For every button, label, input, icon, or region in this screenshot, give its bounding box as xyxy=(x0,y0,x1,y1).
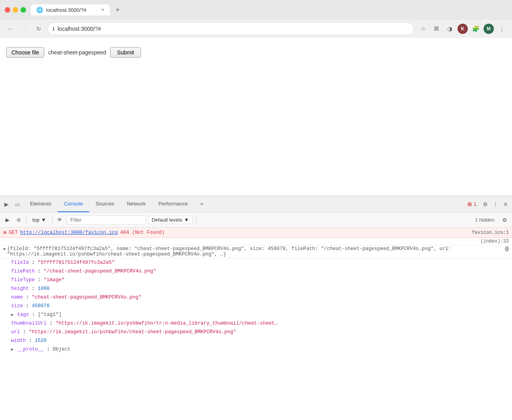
context-selector[interactable]: top ▼ xyxy=(30,216,49,224)
prop-tags[interactable]: ▶ tags : ["tag1"] xyxy=(0,310,512,319)
prop-name: name : "cheat-sheet-pagespeed_BMKPCRV4o.… xyxy=(0,293,512,302)
prop-thumbnailUrl-val: "https://ik.imagekit.io/pshbwfiho/tr:n-m… xyxy=(56,321,278,326)
execute-icon[interactable]: ▶ xyxy=(3,216,12,224)
error-get-label: GET xyxy=(9,230,18,235)
error-badge: ⊗ 1 xyxy=(464,200,480,209)
spiral-icon[interactable]: ◑ xyxy=(444,23,455,34)
prop-thumbnailUrl: thumbnailUrl : "https://ik.imagekit.io/p… xyxy=(0,319,512,328)
object-summary-row[interactable]: ▼ {fileId: "5ffff78175124f497fc3a2a5", n… xyxy=(0,245,512,258)
close-window-button[interactable] xyxy=(5,7,10,13)
devtools-close-icon[interactable]: ✕ xyxy=(501,200,510,209)
prop-fileType-val: "image" xyxy=(44,277,65,283)
collapse-triangle[interactable]: ▼ xyxy=(3,246,6,252)
page-content: Choose file cheat-sheet-pagespeed Submit xyxy=(0,38,512,196)
prop-proto[interactable]: ▶ __proto__ : Object xyxy=(0,345,512,354)
command-icon[interactable]: ⌘ xyxy=(431,23,442,34)
prop-width-key: width xyxy=(11,338,26,343)
prop-height: height : 1080 xyxy=(0,284,512,293)
browser-tab[interactable]: 🌐 localhost:3000/?# × xyxy=(31,4,110,15)
log-source-row: (index):33 xyxy=(0,238,512,245)
prop-url: url : "https://ik.imagekit.io/pshbwfiho/… xyxy=(0,328,512,336)
prop-height-val: 1080 xyxy=(38,286,50,291)
back-button[interactable]: ← xyxy=(5,23,16,34)
error-status: 404 (Not Found) xyxy=(120,230,165,235)
file-input-area: Choose file cheat-sheet-pagespeed Submit xyxy=(6,47,506,58)
log-source-ref[interactable]: (index):33 xyxy=(480,239,509,244)
tab-elements[interactable]: Elements xyxy=(24,196,58,212)
error-url-link[interactable]: http://localhost:3000/favicon.ico xyxy=(20,230,118,235)
inspect-element-icon[interactable]: ▶ xyxy=(2,200,11,209)
context-dropdown-icon: ▼ xyxy=(41,217,46,223)
prop-tags-key: tags xyxy=(17,312,29,317)
forward-button[interactable]: → xyxy=(19,23,30,34)
address-info-icon: ℹ xyxy=(53,26,54,32)
minimize-window-button[interactable] xyxy=(13,7,18,13)
tab-console[interactable]: Console xyxy=(58,196,89,212)
toolbar-separator xyxy=(26,216,26,224)
nav-icons: ☆ ⌘ ◑ K 🧩 M ⋮ xyxy=(417,23,507,34)
prop-url-key: url xyxy=(11,329,20,335)
devtools-right-icons: ⊗ 1 ⚙ ⋮ ✕ xyxy=(464,200,510,209)
toolbar-separator-2 xyxy=(52,216,53,224)
console-content: ⊗ GET http://localhost:3000/favicon.ico … xyxy=(0,228,512,420)
tab-bar: 🌐 localhost:3000/?# × + xyxy=(31,4,507,15)
browser-chrome: 🌐 localhost:3000/?# × + ← → ↻ ℹ localhos… xyxy=(0,0,512,38)
block-icon[interactable]: ⊘ xyxy=(14,216,23,224)
bookmark-icon[interactable]: ☆ xyxy=(417,23,428,34)
levels-label: Default levels xyxy=(152,217,182,223)
menu-icon[interactable]: ⋮ xyxy=(496,23,507,34)
prop-height-key: height xyxy=(11,286,29,291)
prop-name-key: name xyxy=(11,295,23,300)
tags-triangle[interactable]: ▶ xyxy=(11,313,13,317)
prop-fileType-key: fileType xyxy=(11,277,35,283)
error-circle-icon: ⊗ xyxy=(467,200,472,208)
device-toolbar-icon[interactable]: ▭ xyxy=(13,200,22,209)
prop-tags-val: ["tag1"] xyxy=(38,312,62,317)
object-summary-text: {fileId: "5ffff78175124f497fc3a2a5", nam… xyxy=(7,246,503,257)
address-text: localhost:3000/?# xyxy=(58,26,409,32)
tab-sources[interactable]: Sources xyxy=(89,196,121,212)
levels-selector[interactable]: Default levels ▼ xyxy=(148,216,193,224)
prop-thumbnailUrl-key: thumbnailUrl xyxy=(11,321,47,326)
error-icon: ⊗ xyxy=(3,229,6,236)
new-tab-button[interactable]: + xyxy=(112,4,123,15)
tab-more[interactable]: » xyxy=(194,196,210,212)
maximize-window-button[interactable] xyxy=(21,7,26,13)
prop-proto-key: __proto__ xyxy=(17,347,44,352)
prop-fileType: fileType : "image" xyxy=(0,276,512,284)
prop-fileId-key: fileId xyxy=(11,260,29,265)
reload-button[interactable]: ↻ xyxy=(33,23,44,34)
devtools-tab-icons: ▶ ▭ xyxy=(2,200,22,209)
address-bar[interactable]: ℹ localhost:3000/?# xyxy=(47,22,414,35)
nav-bar: ← → ↻ ℹ localhost:3000/?# ☆ ⌘ ◑ K 🧩 M ⋮ xyxy=(0,20,512,38)
devtools-toolbar: ▶ ⊘ top ▼ 👁 Default levels ▼ 1 hidden ⚙ xyxy=(0,213,512,228)
prop-name-val: "cheat-sheet-pagespeed_BMKPCRV4o.png" xyxy=(32,295,142,300)
prop-width: width : 1526 xyxy=(0,336,512,345)
error-source-ref[interactable]: favicon.ico:1 xyxy=(472,230,509,235)
prop-proto-val: Object xyxy=(53,347,71,352)
prop-url-val: "https://ik.imagekit.io/pshbwfiho/cheat-… xyxy=(29,329,236,335)
proto-triangle[interactable]: ▶ xyxy=(11,347,13,352)
tab-network[interactable]: Network xyxy=(121,196,152,212)
tab-favicon-icon: 🌐 xyxy=(36,7,43,13)
extensions-icon[interactable]: 🧩 xyxy=(470,23,481,34)
submit-button[interactable]: Submit xyxy=(110,47,141,58)
devtools-settings-icon[interactable]: ⚙ xyxy=(480,200,490,209)
filter-input[interactable] xyxy=(67,215,146,224)
m-avatar[interactable]: M xyxy=(484,24,494,34)
toolbar-separator-3 xyxy=(196,216,196,224)
k-avatar[interactable]: K xyxy=(458,24,468,34)
choose-file-button[interactable]: Choose file xyxy=(6,47,44,58)
prop-size: size : 458078 xyxy=(0,302,512,310)
tab-performance[interactable]: Performance xyxy=(152,196,194,212)
prop-filePath: filePath : "/cheat-sheet-pagespeed_BMKPC… xyxy=(0,267,512,276)
console-settings-icon[interactable]: ⚙ xyxy=(500,216,509,224)
prop-size-key: size xyxy=(11,303,23,309)
info-icon[interactable]: i xyxy=(505,246,509,252)
devtools-panel: ▶ ▭ Elements Console Sources Network Per… xyxy=(0,196,512,420)
devtools-more-icon[interactable]: ⋮ xyxy=(491,200,500,209)
tab-close-button[interactable]: × xyxy=(101,7,104,13)
eye-icon[interactable]: 👁 xyxy=(56,216,64,224)
hidden-count: 1 hidden xyxy=(472,217,498,223)
prop-fileId: fileId : "5ffff78175124f497fc3a2a5" xyxy=(0,258,512,267)
